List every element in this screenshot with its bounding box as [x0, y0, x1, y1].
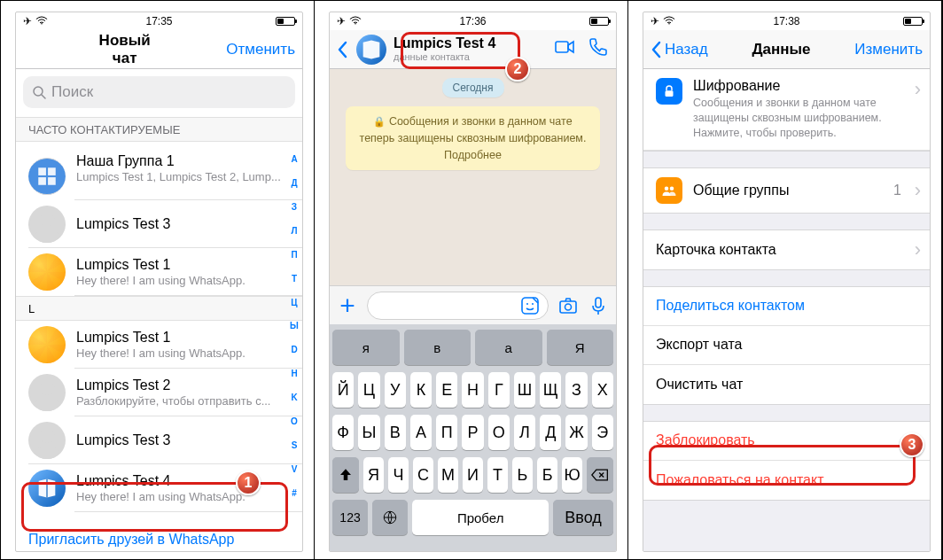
voice-call-button[interactable] — [588, 36, 609, 62]
cell-block-contact[interactable]: Заблокировать — [643, 422, 930, 461]
status-time: 17:38 — [773, 15, 799, 27]
contact-row-group[interactable]: Наша Группа 1 Lumpics Test 1, Lumpics Te… — [16, 136, 302, 200]
svg-point-0 — [41, 23, 43, 25]
avatar-book-icon — [28, 470, 66, 507]
svg-point-9 — [40, 428, 55, 443]
search-input[interactable]: Поиск — [23, 76, 295, 108]
svg-rect-6 — [48, 177, 56, 185]
status-bar: ✈︎ 17:35 — [16, 12, 302, 30]
video-call-button[interactable] — [554, 36, 575, 62]
battery-icon — [589, 17, 609, 26]
space-key[interactable]: Пробел — [412, 500, 549, 535]
contact-name: Lumpics Test 2 — [76, 377, 290, 393]
keyboard[interactable]: я в а Я ЙЦУКЕНГШЩЗХ ФЫВАПРОЛДЖЭ ЯЧСМИТЬБ… — [330, 324, 616, 551]
contact-name: Lumpics Test 3 — [76, 216, 290, 232]
svg-rect-5 — [38, 177, 46, 185]
invite-friends-link[interactable]: Пригласить друзей в WhatsApp — [28, 532, 234, 548]
encryption-notice[interactable]: 🔒 Сообщения и звонки в данном чате тепер… — [346, 106, 600, 170]
search-icon — [32, 85, 46, 99]
svg-point-13 — [526, 303, 528, 305]
svg-rect-17 — [596, 298, 601, 307]
wifi-icon — [349, 15, 362, 27]
contact-row[interactable]: Lumpics Test 1 Hey there! I am using Wha… — [16, 248, 302, 296]
shift-key[interactable] — [332, 457, 359, 493]
chat-avatar[interactable] — [356, 35, 386, 65]
contact-sub: Lumpics Test 1, Lumpics Test 2, Lump... — [76, 170, 290, 183]
avatar-placeholder-icon — [28, 206, 66, 243]
date-divider: Сегодня — [442, 78, 504, 97]
chat-header: Lumpics Test 4 данные контакта — [330, 30, 616, 69]
svg-point-22 — [670, 186, 674, 191]
lock-icon — [656, 78, 682, 105]
step-badge-2: 2 — [505, 57, 530, 82]
svg-rect-4 — [48, 167, 56, 175]
cell-encryption[interactable]: Шифрование Сообщения и звонки в данном ч… — [643, 69, 930, 151]
avatar-group-icon — [28, 158, 66, 195]
enter-key[interactable]: Ввод — [553, 500, 613, 535]
status-bar: ✈︎ 17:36 — [330, 12, 616, 30]
battery-icon — [276, 17, 295, 26]
cancel-button[interactable]: Отменить — [226, 41, 295, 58]
svg-point-19 — [668, 23, 670, 25]
svg-point-14 — [532, 303, 534, 305]
cell-contact-card[interactable]: Карточка контакта › — [643, 230, 930, 269]
step-badge-1: 1 — [236, 471, 261, 495]
back-button[interactable]: Назад — [651, 41, 708, 58]
alpha-index[interactable]: АДЗ ЛПТ ЦЫD HKO SV# — [288, 154, 300, 498]
chevron-right-icon: › — [915, 179, 921, 202]
nav-header: Назад Данные Изменить — [643, 30, 930, 69]
contact-sub: Hey there! I am using WhatsApp. — [76, 346, 290, 360]
contact-sub: Hey there! I am using WhatsApp. — [76, 490, 290, 503]
contact-sub: Hey there! I am using WhatsApp. — [76, 274, 290, 287]
chat-contact-name: Lumpics Test 4 — [394, 35, 554, 51]
message-input[interactable] — [367, 292, 549, 320]
numbers-key[interactable]: 123 — [332, 500, 368, 535]
keyboard-suggestion-row: я в а Я — [332, 330, 613, 365]
svg-point-7 — [40, 212, 55, 227]
chat-messages[interactable]: Сегодня 🔒 Сообщения и звонки в данном ча… — [330, 69, 616, 285]
contact-name: Lumpics Test 1 — [76, 257, 290, 273]
contact-sub: Разблокируйте, чтобы отправить с... — [76, 394, 290, 408]
svg-rect-3 — [38, 167, 46, 175]
back-button[interactable] — [337, 41, 347, 58]
avatar-placeholder-icon — [28, 422, 66, 459]
contact-title-area[interactable]: Lumpics Test 4 данные контакта — [394, 35, 554, 63]
groups-icon — [656, 177, 682, 204]
camera-button[interactable] — [557, 295, 579, 316]
airplane-icon: ✈︎ — [23, 15, 32, 27]
status-bar: ✈︎ 17:38 — [643, 12, 930, 30]
edit-button[interactable]: Изменить — [854, 41, 923, 58]
battery-icon — [903, 17, 923, 26]
cell-clear-chat[interactable]: Очистить чат — [643, 365, 930, 404]
svg-point-16 — [565, 304, 572, 310]
cell-report-contact[interactable]: Пожаловаться на контакт — [643, 461, 930, 500]
chat-contact-sub: данные контакта — [394, 51, 554, 63]
page-title: Данные — [708, 41, 855, 58]
chevron-right-icon: › — [915, 78, 921, 101]
svg-rect-20 — [666, 90, 674, 97]
cell-common-groups[interactable]: Общие группы 1 › — [643, 168, 930, 213]
lock-icon: 🔒 — [373, 116, 386, 127]
svg-point-8 — [40, 380, 55, 395]
cell-export-chat[interactable]: Экспорт чата — [643, 326, 930, 365]
mic-button[interactable] — [588, 295, 609, 316]
svg-rect-15 — [560, 301, 576, 313]
status-time: 17:36 — [459, 15, 486, 27]
pane-new-chat: ✈︎ 17:35 Новый чат Отменить Поиск ЧАСТО … — [1, 1, 315, 559]
contact-row[interactable]: Lumpics Test 3 — [16, 200, 302, 248]
attach-button[interactable]: + — [337, 291, 358, 321]
message-input-bar: + — [330, 285, 616, 324]
page-title: Новый чат — [85, 32, 226, 67]
contact-row[interactable]: Lumpics Test 3 — [16, 416, 302, 464]
cell-share-contact[interactable]: Поделиться контактом — [643, 287, 930, 326]
avatar-orange-icon — [28, 326, 66, 363]
avatar-placeholder-icon — [28, 374, 66, 411]
pane-contact-info: ✈︎ 17:38 Назад Данные Изменить — [628, 1, 942, 559]
sticker-icon[interactable] — [519, 295, 541, 316]
globe-key[interactable] — [372, 500, 408, 535]
backspace-key[interactable] — [587, 457, 613, 493]
contact-row[interactable]: Lumpics Test 1 Hey there! I am using Wha… — [16, 321, 302, 369]
airplane-icon: ✈︎ — [651, 15, 659, 27]
contact-row[interactable]: Lumpics Test 2 Разблокируйте, чтобы отпр… — [16, 369, 302, 416]
wifi-icon — [663, 15, 675, 27]
